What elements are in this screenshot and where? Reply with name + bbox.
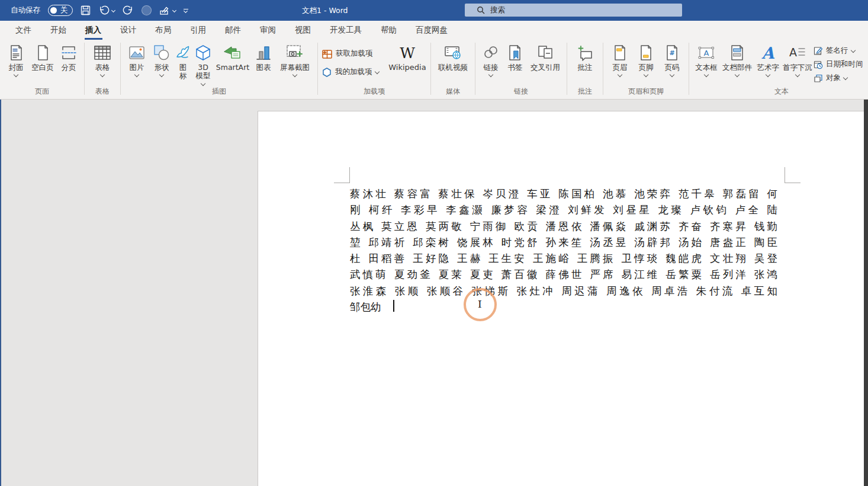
tab-home[interactable]: 开始 xyxy=(41,21,76,40)
page-break-icon xyxy=(60,42,78,63)
tab-label: 开始 xyxy=(50,25,66,36)
tab-developer[interactable]: 开发工具 xyxy=(320,21,371,40)
wordart-button[interactable]: A 艺术字 xyxy=(754,41,782,76)
chevron-down-icon xyxy=(644,72,648,77)
cross-reference-icon xyxy=(536,42,554,63)
object-label: 对象 xyxy=(826,73,841,83)
save-button[interactable] xyxy=(81,5,91,15)
object-button[interactable]: 对象 xyxy=(814,71,868,85)
bookmark-button[interactable]: 书签 xyxy=(503,41,528,72)
page-break-button[interactable]: 分页 xyxy=(57,41,81,72)
tab-label: 引用 xyxy=(190,25,206,36)
smartart-label: SmartArt xyxy=(216,63,249,72)
tab-view[interactable]: 视图 xyxy=(285,21,320,40)
group-addins: 获取加载项 我的加载项 W Wikipedia 加载项 xyxy=(318,40,430,99)
drop-cap-button[interactable]: A 首字下沉 xyxy=(782,41,814,76)
pen-icon xyxy=(159,6,170,15)
header-label: 页眉 xyxy=(613,63,628,72)
touch-mode-icon[interactable] xyxy=(142,5,152,15)
chevron-down-icon xyxy=(172,8,176,12)
text-caret xyxy=(393,300,394,312)
tab-insert[interactable]: 插入 xyxy=(76,21,111,40)
blank-page-button[interactable]: 空白页 xyxy=(28,41,57,72)
group-header-footer: 页眉 页脚 # 页码 页眉和页脚 xyxy=(603,40,689,99)
tab-mailings[interactable]: 邮件 xyxy=(216,21,250,40)
toggle-knob-icon xyxy=(50,7,57,14)
cross-reference-button[interactable]: 交叉引用 xyxy=(528,41,563,72)
quick-parts-label: 文档部件 xyxy=(722,63,752,72)
online-video-button[interactable]: 联机视频 xyxy=(435,41,471,72)
window-title: 文档1 - Word xyxy=(302,0,348,21)
wordart-icon: A xyxy=(762,45,774,61)
margin-mark-top-right xyxy=(785,167,785,183)
group-pages: 封面 空白页 分页 页面 xyxy=(0,40,84,99)
screenshot-button[interactable]: 屏幕截图 xyxy=(276,41,314,76)
chevron-down-icon xyxy=(618,72,622,77)
smartart-button[interactable]: SmartArt xyxy=(214,41,251,72)
table-button[interactable]: 表格 xyxy=(88,41,117,76)
customize-qat-button[interactable] xyxy=(184,9,188,12)
cover-page-button[interactable]: 封面 xyxy=(4,41,28,76)
draw-tool-button[interactable] xyxy=(159,6,176,15)
footer-button[interactable]: 页脚 xyxy=(633,41,659,76)
chevron-down-icon xyxy=(292,72,297,77)
shapes-label: 形状 xyxy=(155,63,169,72)
my-addins-button[interactable]: 我的加载项 xyxy=(322,65,388,79)
redo-button[interactable] xyxy=(123,5,134,15)
textbox-icon: A xyxy=(697,42,716,63)
bookmark-label: 书签 xyxy=(508,63,523,72)
tab-label: 百度网盘 xyxy=(416,25,448,36)
tab-label: 邮件 xyxy=(225,25,241,36)
header-button[interactable]: 页眉 xyxy=(607,41,633,76)
3d-models-button[interactable]: 3D 模型 xyxy=(192,41,214,85)
signature-line-button[interactable]: 签名行 xyxy=(814,44,868,57)
signature-line-label: 签名行 xyxy=(826,46,848,56)
group-label-pages: 页面 xyxy=(0,87,84,97)
chevron-down-icon xyxy=(670,72,674,77)
undo-button[interactable] xyxy=(98,5,115,15)
chevron-down-icon xyxy=(488,72,493,77)
tab-baidu-netdisk[interactable]: 百度网盘 xyxy=(406,21,457,40)
comment-button[interactable]: 批注 xyxy=(571,41,599,72)
my-addins-label: 我的加载项 xyxy=(335,67,372,77)
picture-label: 图片 xyxy=(130,63,144,72)
ribbon: 封面 空白页 分页 页面 表格 表格 xyxy=(0,40,868,100)
autosave-toggle[interactable]: 关 xyxy=(48,5,73,16)
cover-page-icon xyxy=(7,42,25,63)
tab-review[interactable]: 审阅 xyxy=(250,21,285,40)
document-page[interactable]: 蔡沐壮 蔡容富 蔡壮保 岑贝澄 车亚 陈国柏 池慕 池荣弈 范千皋 郭磊留 何 … xyxy=(258,111,864,486)
picture-button[interactable]: 图片 xyxy=(124,41,149,76)
chevron-down-icon xyxy=(766,72,770,77)
wikipedia-icon: W xyxy=(400,44,415,62)
text-line: 刚 柯纤 李彩早 李鑫灏 廉梦容 梁澄 刘鲜发 刘昼星 龙璨 卢钦钧 卢全 陆 xyxy=(350,202,777,218)
chevron-down-icon xyxy=(843,75,848,80)
tab-file[interactable]: 文件 xyxy=(6,21,41,40)
page-number-button[interactable]: # 页码 xyxy=(659,41,685,76)
group-label-text: 文本 xyxy=(689,87,868,97)
tab-layout[interactable]: 布局 xyxy=(146,21,181,40)
text-line: 蔡沐壮 蔡容富 蔡壮保 岑贝澄 车亚 陈国柏 池慕 池荣弈 范千皋 郭磊留 何 xyxy=(350,186,777,202)
link-button[interactable]: 链接 xyxy=(479,41,503,76)
document-text[interactable]: 蔡沐壮 蔡容富 蔡壮保 岑贝澄 车亚 陈国柏 池慕 池荣弈 范千皋 郭磊留 何 … xyxy=(350,186,777,315)
icons-button[interactable]: 图标 xyxy=(174,41,192,81)
online-video-icon xyxy=(443,42,462,63)
group-label-illustrations: 插图 xyxy=(121,87,317,97)
tab-design[interactable]: 设计 xyxy=(111,21,146,40)
quick-parts-button[interactable]: 文档部件 xyxy=(720,41,754,76)
link-label: 链接 xyxy=(484,63,499,72)
shapes-button[interactable]: 形状 xyxy=(149,41,174,76)
chart-button[interactable]: 图表 xyxy=(251,41,276,72)
textbox-button[interactable]: A 文本框 xyxy=(693,41,720,76)
tab-references[interactable]: 引用 xyxy=(181,21,216,40)
online-video-label: 联机视频 xyxy=(438,63,468,72)
wikipedia-button[interactable]: W Wikipedia xyxy=(388,41,427,72)
wordart-label: 艺术字 xyxy=(757,63,779,72)
page-break-label: 分页 xyxy=(62,63,76,72)
tab-help[interactable]: 帮助 xyxy=(371,21,406,40)
get-addins-button[interactable]: 获取加载项 xyxy=(322,47,388,60)
undo-dropdown-icon xyxy=(111,8,115,12)
chart-label: 图表 xyxy=(256,63,271,72)
date-time-button[interactable]: 日期和时间 xyxy=(814,57,868,71)
search-input[interactable]: 搜索 xyxy=(465,4,682,17)
group-label-addins: 加载项 xyxy=(318,87,430,97)
